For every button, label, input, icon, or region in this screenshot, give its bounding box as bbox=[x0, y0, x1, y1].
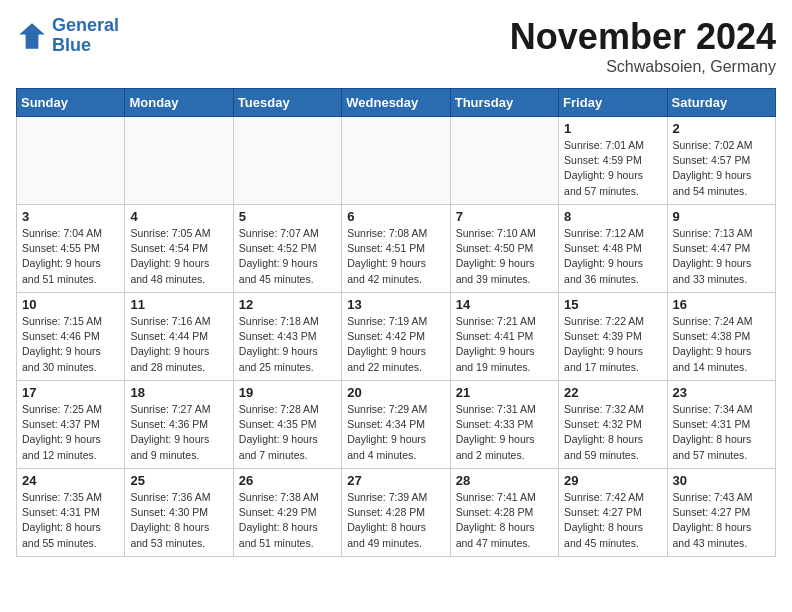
day-detail: Sunrise: 7:29 AM Sunset: 4:34 PM Dayligh… bbox=[347, 402, 444, 463]
day-detail: Sunrise: 7:02 AM Sunset: 4:57 PM Dayligh… bbox=[673, 138, 770, 199]
day-detail: Sunrise: 7:27 AM Sunset: 4:36 PM Dayligh… bbox=[130, 402, 227, 463]
day-detail: Sunrise: 7:32 AM Sunset: 4:32 PM Dayligh… bbox=[564, 402, 661, 463]
day-detail: Sunrise: 7:21 AM Sunset: 4:41 PM Dayligh… bbox=[456, 314, 553, 375]
day-number: 19 bbox=[239, 385, 336, 400]
month-title: November 2024 bbox=[510, 16, 776, 58]
calendar-cell: 21Sunrise: 7:31 AM Sunset: 4:33 PM Dayli… bbox=[450, 381, 558, 469]
day-number: 1 bbox=[564, 121, 661, 136]
calendar-cell: 24Sunrise: 7:35 AM Sunset: 4:31 PM Dayli… bbox=[17, 469, 125, 557]
day-number: 22 bbox=[564, 385, 661, 400]
day-detail: Sunrise: 7:31 AM Sunset: 4:33 PM Dayligh… bbox=[456, 402, 553, 463]
day-number: 21 bbox=[456, 385, 553, 400]
calendar-cell: 27Sunrise: 7:39 AM Sunset: 4:28 PM Dayli… bbox=[342, 469, 450, 557]
day-detail: Sunrise: 7:19 AM Sunset: 4:42 PM Dayligh… bbox=[347, 314, 444, 375]
calendar-cell: 2Sunrise: 7:02 AM Sunset: 4:57 PM Daylig… bbox=[667, 117, 775, 205]
logo: General Blue bbox=[16, 16, 119, 56]
title-area: November 2024 Schwabsoien, Germany bbox=[510, 16, 776, 76]
calendar-cell: 1Sunrise: 7:01 AM Sunset: 4:59 PM Daylig… bbox=[559, 117, 667, 205]
week-row-2: 3Sunrise: 7:04 AM Sunset: 4:55 PM Daylig… bbox=[17, 205, 776, 293]
day-number: 12 bbox=[239, 297, 336, 312]
calendar-cell bbox=[125, 117, 233, 205]
svg-marker-0 bbox=[19, 23, 45, 49]
day-detail: Sunrise: 7:24 AM Sunset: 4:38 PM Dayligh… bbox=[673, 314, 770, 375]
day-detail: Sunrise: 7:12 AM Sunset: 4:48 PM Dayligh… bbox=[564, 226, 661, 287]
day-detail: Sunrise: 7:28 AM Sunset: 4:35 PM Dayligh… bbox=[239, 402, 336, 463]
calendar-cell: 10Sunrise: 7:15 AM Sunset: 4:46 PM Dayli… bbox=[17, 293, 125, 381]
calendar-cell: 6Sunrise: 7:08 AM Sunset: 4:51 PM Daylig… bbox=[342, 205, 450, 293]
calendar-cell: 5Sunrise: 7:07 AM Sunset: 4:52 PM Daylig… bbox=[233, 205, 341, 293]
calendar-cell: 8Sunrise: 7:12 AM Sunset: 4:48 PM Daylig… bbox=[559, 205, 667, 293]
day-number: 3 bbox=[22, 209, 119, 224]
calendar-cell: 23Sunrise: 7:34 AM Sunset: 4:31 PM Dayli… bbox=[667, 381, 775, 469]
day-detail: Sunrise: 7:13 AM Sunset: 4:47 PM Dayligh… bbox=[673, 226, 770, 287]
calendar-cell: 29Sunrise: 7:42 AM Sunset: 4:27 PM Dayli… bbox=[559, 469, 667, 557]
day-number: 26 bbox=[239, 473, 336, 488]
week-row-3: 10Sunrise: 7:15 AM Sunset: 4:46 PM Dayli… bbox=[17, 293, 776, 381]
day-number: 28 bbox=[456, 473, 553, 488]
calendar-cell: 12Sunrise: 7:18 AM Sunset: 4:43 PM Dayli… bbox=[233, 293, 341, 381]
day-detail: Sunrise: 7:16 AM Sunset: 4:44 PM Dayligh… bbox=[130, 314, 227, 375]
calendar-cell: 22Sunrise: 7:32 AM Sunset: 4:32 PM Dayli… bbox=[559, 381, 667, 469]
day-number: 4 bbox=[130, 209, 227, 224]
day-number: 20 bbox=[347, 385, 444, 400]
column-header-sunday: Sunday bbox=[17, 89, 125, 117]
day-number: 30 bbox=[673, 473, 770, 488]
header: General Blue November 2024 Schwabsoien, … bbox=[16, 16, 776, 76]
day-number: 24 bbox=[22, 473, 119, 488]
day-number: 16 bbox=[673, 297, 770, 312]
column-header-friday: Friday bbox=[559, 89, 667, 117]
day-detail: Sunrise: 7:07 AM Sunset: 4:52 PM Dayligh… bbox=[239, 226, 336, 287]
day-number: 8 bbox=[564, 209, 661, 224]
day-detail: Sunrise: 7:43 AM Sunset: 4:27 PM Dayligh… bbox=[673, 490, 770, 551]
day-detail: Sunrise: 7:39 AM Sunset: 4:28 PM Dayligh… bbox=[347, 490, 444, 551]
calendar-cell: 17Sunrise: 7:25 AM Sunset: 4:37 PM Dayli… bbox=[17, 381, 125, 469]
day-detail: Sunrise: 7:01 AM Sunset: 4:59 PM Dayligh… bbox=[564, 138, 661, 199]
day-detail: Sunrise: 7:42 AM Sunset: 4:27 PM Dayligh… bbox=[564, 490, 661, 551]
calendar-cell: 9Sunrise: 7:13 AM Sunset: 4:47 PM Daylig… bbox=[667, 205, 775, 293]
day-number: 27 bbox=[347, 473, 444, 488]
calendar-cell: 15Sunrise: 7:22 AM Sunset: 4:39 PM Dayli… bbox=[559, 293, 667, 381]
week-row-4: 17Sunrise: 7:25 AM Sunset: 4:37 PM Dayli… bbox=[17, 381, 776, 469]
day-number: 14 bbox=[456, 297, 553, 312]
calendar-cell: 7Sunrise: 7:10 AM Sunset: 4:50 PM Daylig… bbox=[450, 205, 558, 293]
day-number: 10 bbox=[22, 297, 119, 312]
calendar-cell: 28Sunrise: 7:41 AM Sunset: 4:28 PM Dayli… bbox=[450, 469, 558, 557]
calendar-table: SundayMondayTuesdayWednesdayThursdayFrid… bbox=[16, 88, 776, 557]
day-detail: Sunrise: 7:35 AM Sunset: 4:31 PM Dayligh… bbox=[22, 490, 119, 551]
day-number: 15 bbox=[564, 297, 661, 312]
calendar-cell bbox=[17, 117, 125, 205]
day-detail: Sunrise: 7:10 AM Sunset: 4:50 PM Dayligh… bbox=[456, 226, 553, 287]
column-header-monday: Monday bbox=[125, 89, 233, 117]
logo-text: General Blue bbox=[52, 16, 119, 56]
day-detail: Sunrise: 7:08 AM Sunset: 4:51 PM Dayligh… bbox=[347, 226, 444, 287]
day-detail: Sunrise: 7:15 AM Sunset: 4:46 PM Dayligh… bbox=[22, 314, 119, 375]
calendar-cell: 16Sunrise: 7:24 AM Sunset: 4:38 PM Dayli… bbox=[667, 293, 775, 381]
location-title: Schwabsoien, Germany bbox=[510, 58, 776, 76]
day-detail: Sunrise: 7:34 AM Sunset: 4:31 PM Dayligh… bbox=[673, 402, 770, 463]
calendar-cell bbox=[450, 117, 558, 205]
week-row-5: 24Sunrise: 7:35 AM Sunset: 4:31 PM Dayli… bbox=[17, 469, 776, 557]
calendar-cell: 26Sunrise: 7:38 AM Sunset: 4:29 PM Dayli… bbox=[233, 469, 341, 557]
day-number: 2 bbox=[673, 121, 770, 136]
calendar-cell: 25Sunrise: 7:36 AM Sunset: 4:30 PM Dayli… bbox=[125, 469, 233, 557]
column-header-wednesday: Wednesday bbox=[342, 89, 450, 117]
column-header-thursday: Thursday bbox=[450, 89, 558, 117]
calendar-cell bbox=[342, 117, 450, 205]
column-header-tuesday: Tuesday bbox=[233, 89, 341, 117]
week-row-1: 1Sunrise: 7:01 AM Sunset: 4:59 PM Daylig… bbox=[17, 117, 776, 205]
day-number: 23 bbox=[673, 385, 770, 400]
day-number: 9 bbox=[673, 209, 770, 224]
day-detail: Sunrise: 7:25 AM Sunset: 4:37 PM Dayligh… bbox=[22, 402, 119, 463]
calendar-cell: 20Sunrise: 7:29 AM Sunset: 4:34 PM Dayli… bbox=[342, 381, 450, 469]
day-number: 17 bbox=[22, 385, 119, 400]
day-number: 25 bbox=[130, 473, 227, 488]
calendar-cell: 11Sunrise: 7:16 AM Sunset: 4:44 PM Dayli… bbox=[125, 293, 233, 381]
day-number: 11 bbox=[130, 297, 227, 312]
day-detail: Sunrise: 7:38 AM Sunset: 4:29 PM Dayligh… bbox=[239, 490, 336, 551]
day-number: 6 bbox=[347, 209, 444, 224]
calendar-cell: 3Sunrise: 7:04 AM Sunset: 4:55 PM Daylig… bbox=[17, 205, 125, 293]
calendar-cell: 14Sunrise: 7:21 AM Sunset: 4:41 PM Dayli… bbox=[450, 293, 558, 381]
day-detail: Sunrise: 7:41 AM Sunset: 4:28 PM Dayligh… bbox=[456, 490, 553, 551]
day-number: 7 bbox=[456, 209, 553, 224]
calendar-cell: 18Sunrise: 7:27 AM Sunset: 4:36 PM Dayli… bbox=[125, 381, 233, 469]
